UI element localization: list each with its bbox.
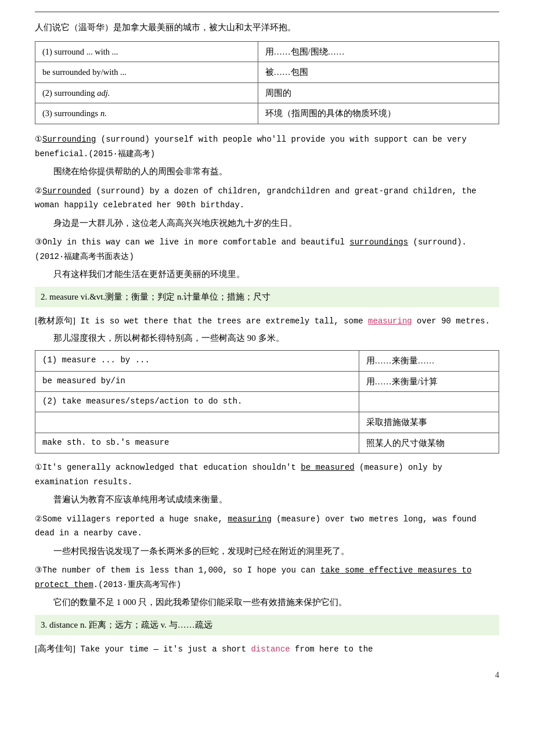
be-measured-phrase: be measured bbox=[301, 463, 354, 472]
measure-table-right: 用……来衡量…… bbox=[359, 351, 499, 372]
measure-1-pre: It's generally acknowledged that educati… bbox=[42, 463, 301, 472]
measuring-word: measuring bbox=[368, 316, 412, 326]
section3-header: 3. distance n. 距离；远方；疏远 v. 与……疏远 bbox=[35, 615, 499, 636]
surround-table-right: 周围的 bbox=[258, 82, 499, 103]
example-measure-1: ①It's generally acknowledged that educat… bbox=[35, 460, 499, 489]
surround-table-left: (2) surrounding adj. bbox=[35, 82, 258, 103]
measure-table: (1) measure ... by ...用……来衡量……be measure… bbox=[35, 350, 499, 453]
measure-translation-1: 普遍认为教育不应该单纯用考试成绩来衡量。 bbox=[53, 492, 499, 507]
distance-word: distance bbox=[251, 645, 290, 654]
surround-table: (1) surround ... with ...用……包围/围绕……be su… bbox=[35, 41, 499, 125]
example-2-rest: (surround) by a dozen of children, grand… bbox=[35, 186, 477, 210]
measure-table-left: make sth. to sb.'s measure bbox=[35, 433, 359, 453]
measure-translation-2: 一些村民报告说发现了一条长两米多的巨蛇，发现时已经在附近的洞里死了。 bbox=[53, 544, 499, 559]
measure-translation-3: 它们的数量不足 1 000 只，因此我希望你们能采取一些有效措施来保护它们。 bbox=[53, 595, 499, 610]
surround-table-left: be surrounded by/with ... bbox=[35, 62, 258, 83]
measure-table-left: (2) take measures/steps/action to do sth… bbox=[35, 392, 359, 412]
measure-table-left: (1) measure ... by ... bbox=[35, 351, 359, 372]
section3-sentence: [高考佳句] Take your time — it's just a shor… bbox=[35, 641, 499, 657]
measure-table-right: 用……来衡量/计算 bbox=[359, 371, 499, 392]
intro-text: 人们说它（温哥华）是加拿大最美丽的城市，被大山和太平洋环抱。 bbox=[35, 20, 499, 35]
top-divider bbox=[35, 12, 499, 12]
measure-example-num-1: ① bbox=[35, 463, 42, 471]
translation-3: 只有这样我们才能生活在更舒适更美丽的环境里。 bbox=[53, 267, 499, 282]
textbook-post: over 90 metres. bbox=[412, 316, 490, 326]
example-measure-3: ③The number of them is less than 1,000, … bbox=[35, 563, 499, 592]
textbook-pre: It is so wet there that the trees are ex… bbox=[80, 316, 368, 326]
translation-2: 身边是一大群儿孙，这位老人高高兴兴地庆祝她九十岁的生日。 bbox=[53, 216, 499, 231]
measure-table-right bbox=[359, 392, 499, 412]
textbook-sentence: [教材原句] It is so wet there that the trees… bbox=[35, 313, 499, 329]
surrounding-word: Surrounding bbox=[42, 135, 96, 144]
measure-3-post: .(2013·重庆高考写作) bbox=[93, 580, 181, 589]
example-surround-2: ②Surrounded (surround) by a dozen of chi… bbox=[35, 184, 499, 213]
example-surround-3: ③Only in this way can we live in more co… bbox=[35, 235, 499, 264]
measure-table-left bbox=[35, 412, 359, 433]
example-1-rest: (surround) yourself with people who'll p… bbox=[35, 135, 467, 159]
surround-table-right: 环境（指周围的具体的物质环境） bbox=[258, 103, 499, 124]
textbook-translation: 那儿湿度很大，所以树都长得特别高，一些树高达 90 多米。 bbox=[53, 331, 499, 346]
example-measure-2: ②Some villagers reported a huge snake, m… bbox=[35, 512, 499, 541]
example-num-2: ② bbox=[35, 186, 42, 195]
example-3-pre: Only in this way can we live in more com… bbox=[42, 237, 349, 247]
example-num-3: ③ bbox=[35, 237, 42, 246]
measure-table-right: 采取措施做某事 bbox=[359, 412, 499, 433]
surrounded-word: Surrounded bbox=[42, 186, 91, 196]
surround-table-left: (3) surroundings n. bbox=[35, 103, 258, 124]
measure-3-pre: The number of them is less than 1,000, s… bbox=[42, 566, 320, 575]
example-num-1: ① bbox=[35, 135, 42, 143]
surround-table-right: 被……包围 bbox=[258, 62, 499, 83]
measuring-phrase: measuring bbox=[228, 514, 272, 524]
section3-label: [高考佳句] bbox=[35, 644, 75, 653]
measure-example-num-3: ③ bbox=[35, 566, 42, 574]
page-number: 4 bbox=[35, 668, 499, 682]
section3-pre: Take your time — it's just a short bbox=[80, 645, 251, 654]
textbook-label: [教材原句] bbox=[35, 316, 75, 325]
surroundings-word: surroundings bbox=[349, 237, 408, 247]
measure-table-right: 照某人的尺寸做某物 bbox=[359, 433, 499, 453]
example-surround-1: ①Surrounding (surround) yourself with pe… bbox=[35, 132, 499, 161]
surround-table-left: (1) surround ... with ... bbox=[35, 41, 258, 62]
translation-1: 围绕在给你提供帮助的人的周围会非常有益。 bbox=[53, 164, 499, 179]
section2-header: 2. measure vi.&vt.测量；衡量；判定 n.计量单位；措施；尺寸 bbox=[35, 287, 499, 308]
surround-table-right: 用……包围/围绕…… bbox=[258, 41, 499, 62]
section3-post: from here to the bbox=[290, 645, 373, 654]
measure-2-pre: Some villagers reported a huge snake, bbox=[42, 514, 228, 524]
measure-table-left: be measured by/in bbox=[35, 371, 359, 392]
measure-example-num-2: ② bbox=[35, 514, 42, 523]
